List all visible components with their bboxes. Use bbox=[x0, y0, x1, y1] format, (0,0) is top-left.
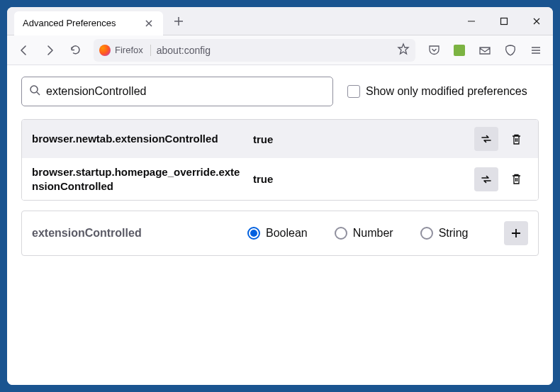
delete-button[interactable] bbox=[504, 127, 528, 151]
radio-icon bbox=[335, 227, 347, 240]
add-button[interactable] bbox=[504, 221, 528, 245]
pref-actions bbox=[474, 167, 528, 191]
extension-icon[interactable] bbox=[448, 39, 471, 62]
pref-actions bbox=[474, 127, 528, 151]
delete-button[interactable] bbox=[504, 167, 528, 191]
close-tab-icon[interactable] bbox=[143, 18, 155, 29]
search-box[interactable] bbox=[21, 77, 333, 106]
back-button[interactable] bbox=[13, 39, 35, 62]
toolbar: Firefox about:config bbox=[7, 35, 553, 65]
inbox-icon[interactable] bbox=[474, 39, 496, 62]
new-tab-button[interactable] bbox=[169, 11, 189, 31]
svg-point-1 bbox=[30, 86, 38, 93]
search-input[interactable] bbox=[46, 85, 325, 98]
titlebar: Advanced Preferences bbox=[7, 7, 553, 35]
reload-button[interactable] bbox=[64, 39, 86, 62]
preferences-table: browser.newtab.extensionControlled true … bbox=[21, 119, 539, 201]
identity-label: Firefox bbox=[115, 45, 143, 55]
forward-button[interactable] bbox=[38, 39, 61, 62]
tab-title: Advanced Preferences bbox=[23, 18, 138, 28]
bookmark-star-icon[interactable] bbox=[397, 43, 410, 58]
radio-label: String bbox=[439, 227, 469, 240]
close-window-button[interactable] bbox=[520, 7, 553, 35]
pref-name: browser.startup.homepage_override.extens… bbox=[32, 165, 245, 193]
radio-label: Number bbox=[353, 227, 393, 240]
radio-label: Boolean bbox=[266, 227, 308, 240]
menu-button[interactable] bbox=[525, 39, 547, 62]
browser-window: Advanced Preferences Firefox about:confi… bbox=[7, 7, 553, 385]
pocket-icon[interactable] bbox=[422, 39, 445, 62]
type-radio-group: Boolean Number String bbox=[247, 227, 494, 240]
radio-icon bbox=[420, 227, 433, 240]
pref-name: browser.newtab.extensionControlled bbox=[32, 132, 245, 146]
site-identity[interactable]: Firefox bbox=[99, 45, 151, 56]
search-icon bbox=[29, 84, 40, 99]
radio-number[interactable]: Number bbox=[335, 227, 393, 240]
toggle-button[interactable] bbox=[474, 127, 498, 151]
window-controls bbox=[455, 7, 553, 35]
shield-icon[interactable] bbox=[499, 39, 522, 62]
svg-rect-0 bbox=[501, 18, 508, 24]
search-row: Show only modified preferences bbox=[21, 77, 539, 106]
add-pref-row: extensionControlled Boolean Number Strin… bbox=[21, 211, 539, 256]
pref-value: true bbox=[253, 173, 466, 185]
radio-boolean[interactable]: Boolean bbox=[247, 227, 308, 240]
checkbox-icon bbox=[347, 85, 360, 98]
minimize-button[interactable] bbox=[455, 7, 488, 35]
pref-row: browser.startup.homepage_override.extens… bbox=[22, 158, 538, 200]
browser-tab[interactable]: Advanced Preferences bbox=[14, 11, 163, 35]
show-modified-checkbox[interactable]: Show only modified preferences bbox=[347, 85, 527, 98]
pref-row: browser.newtab.extensionControlled true bbox=[22, 120, 538, 158]
url-bar[interactable]: Firefox about:config bbox=[94, 39, 415, 62]
firefox-icon bbox=[99, 45, 111, 56]
maximize-button[interactable] bbox=[488, 7, 520, 35]
content-area: Show only modified preferences browser.n… bbox=[7, 65, 553, 385]
url-text: about:config bbox=[157, 45, 211, 56]
pref-value: true bbox=[253, 133, 466, 145]
toggle-button[interactable] bbox=[474, 167, 498, 191]
show-modified-label: Show only modified preferences bbox=[366, 85, 527, 98]
radio-icon bbox=[247, 227, 260, 240]
add-pref-name: extensionControlled bbox=[32, 227, 237, 240]
radio-string[interactable]: String bbox=[420, 227, 469, 240]
